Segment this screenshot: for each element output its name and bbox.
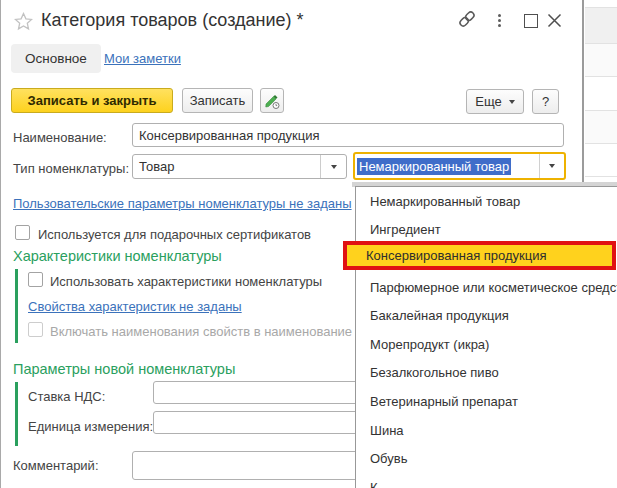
more-button-label: Еще <box>475 94 501 109</box>
characteristic-props-link[interactable]: Свойства характеристик не заданы <box>28 299 242 314</box>
group-bar <box>15 382 18 446</box>
help-button[interactable]: ? <box>532 89 559 114</box>
new-item-params-header: Параметры новой номенклатуры <box>13 361 235 377</box>
marking-type-value: Немаркированный товар <box>357 158 511 175</box>
dropdown-item[interactable]: Безалкогольное пиво <box>356 359 617 388</box>
edit-history-button[interactable] <box>260 88 284 113</box>
dropdown-list: Немаркированный товарИнгредиентКонсервир… <box>355 186 617 488</box>
dropdown-item[interactable]: Шина <box>356 416 617 445</box>
gift-cert-label: Используется для подарочных сертификатов <box>38 227 311 242</box>
type-label: Тип номенклатуры: <box>13 161 129 176</box>
dropdown-item[interactable]: Парфюмерное или косметическое средство <box>356 273 617 302</box>
marking-combo-arrow[interactable] <box>539 154 564 178</box>
close-icon[interactable] <box>547 13 562 28</box>
dropdown-item[interactable]: Ингредиент <box>356 216 617 245</box>
use-characteristics-checkbox[interactable] <box>28 272 43 287</box>
dropdown-item[interactable]: Бакалейная продукция <box>356 301 617 330</box>
dropdown-item[interactable]: Морепродукт (икра) <box>356 330 617 359</box>
include-names-checkbox[interactable] <box>28 322 43 337</box>
gift-cert-checkbox[interactable] <box>15 225 30 240</box>
comment-label: Комментарий: <box>13 458 99 473</box>
use-characteristics-label: Использовать характеристики номенклатуры <box>50 274 322 289</box>
type-combo-arrow[interactable] <box>320 155 346 178</box>
favorite-star-icon[interactable] <box>14 12 33 31</box>
unit-label: Единица измерения: <box>28 419 153 434</box>
tab-notes-link[interactable]: Мои заметки <box>104 51 181 66</box>
pencil-clock-icon <box>264 93 280 109</box>
annotation-highlight[interactable]: Консервированная продукция <box>343 241 616 270</box>
type-combo-value: Товар <box>139 159 174 174</box>
save-close-button[interactable]: Записать и закрыть <box>11 88 173 113</box>
dropdown-item[interactable]: К <box>356 473 617 488</box>
highlighted-item-label: Консервированная продукция <box>366 248 547 263</box>
marking-type-combo[interactable]: Немаркированный товар <box>353 152 566 180</box>
user-params-link[interactable]: Пользовательские параметры номенклатуры … <box>13 196 352 211</box>
tab-main[interactable]: Основное <box>11 44 101 73</box>
dropdown-item[interactable]: Ветеринарный препарат <box>356 387 617 416</box>
save-button[interactable]: Записать <box>182 88 253 113</box>
type-combo[interactable]: Товар <box>132 154 347 179</box>
dropdown-item[interactable]: Обувь <box>356 444 617 473</box>
group-bar <box>15 269 18 343</box>
more-button[interactable]: Еще <box>466 89 524 114</box>
include-names-label: Включать наименования свойств в наименов… <box>50 324 362 339</box>
kebab-menu-icon[interactable] <box>498 14 501 29</box>
window-title: Категория товаров (создание) * <box>41 10 304 31</box>
name-input[interactable]: Консервированная продукция <box>132 123 564 147</box>
characteristics-header: Характеристики номенклатуры <box>13 248 222 264</box>
get-link-icon[interactable] <box>457 9 477 29</box>
chevron-down-icon <box>509 100 515 104</box>
vat-label: Ставка НДС: <box>28 389 105 404</box>
maximize-icon[interactable] <box>524 14 538 28</box>
dropdown-item[interactable]: Немаркированный товар <box>356 187 617 216</box>
name-label: Наименование: <box>13 130 107 145</box>
